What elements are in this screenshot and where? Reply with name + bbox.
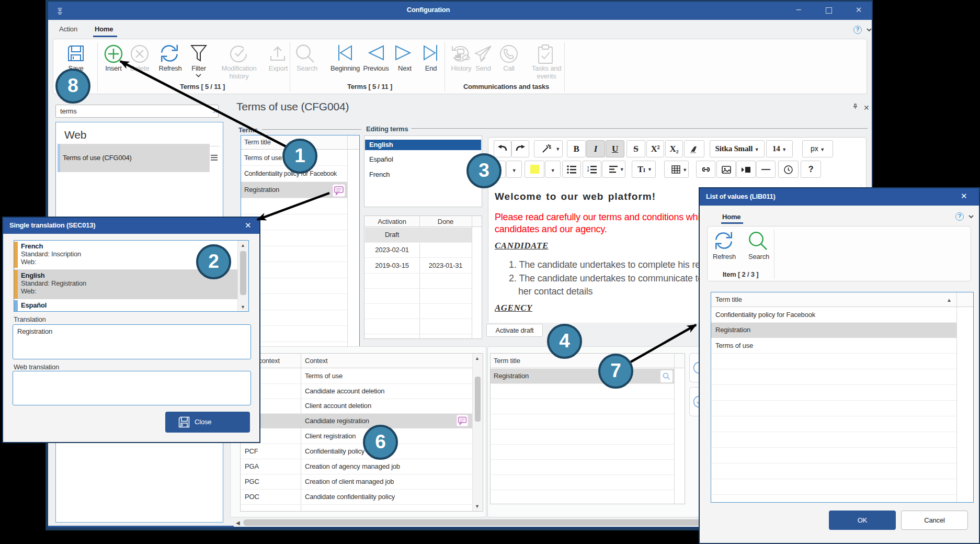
- svg-text:2: 2: [587, 169, 589, 172]
